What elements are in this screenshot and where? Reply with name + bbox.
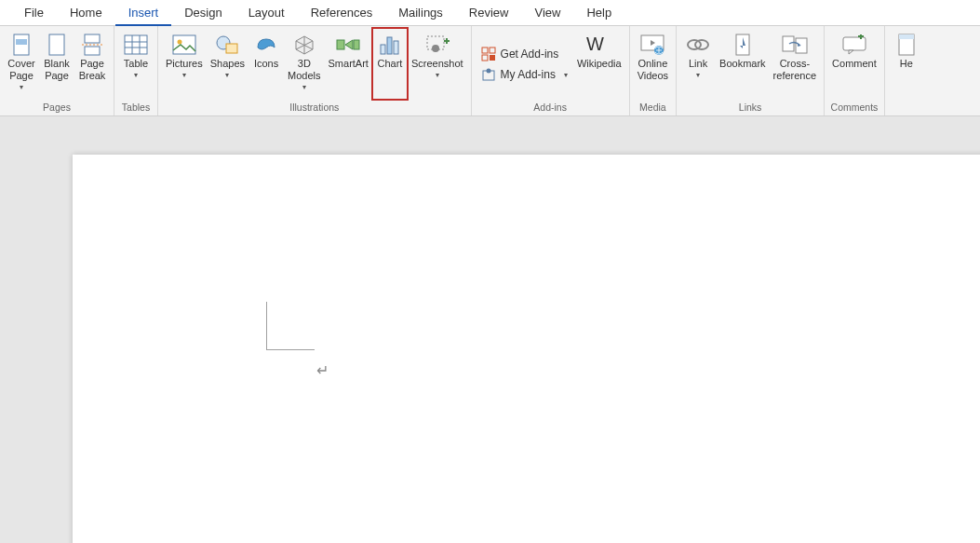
group-addins: Get Add-ins My Add-ins ▾ W Wikipedia Add…: [472, 26, 630, 115]
screenshot-button[interactable]: Screenshot ▾: [408, 28, 467, 100]
group-media: Online Videos Media: [630, 26, 677, 115]
svg-rect-24: [394, 41, 398, 54]
tab-view[interactable]: View: [521, 0, 573, 26]
icons-label: Icons: [254, 58, 278, 70]
svg-rect-22: [381, 45, 385, 54]
svg-rect-11: [173, 35, 195, 54]
shapes-button[interactable]: Shapes ▾: [207, 28, 248, 100]
chevron-down-icon: ▾: [302, 83, 306, 91]
svg-point-12: [177, 40, 181, 45]
svg-rect-29: [482, 48, 488, 53]
header-label: He: [900, 58, 913, 70]
blank-page-label: Blank Page: [44, 58, 70, 82]
group-header-footer: He: [885, 26, 928, 115]
svg-point-26: [432, 45, 439, 52]
tab-insert[interactable]: Insert: [115, 0, 172, 26]
comment-button[interactable]: Comment: [828, 28, 880, 100]
group-illustrations: Pictures ▾ Shapes ▾ Icons 3D Mo: [158, 26, 472, 115]
get-addins-label: Get Add-ins: [501, 48, 559, 61]
group-illustrations-label: Illustrations: [162, 100, 467, 115]
group-comments: Comment Comments: [825, 26, 885, 115]
screenshot-label: Screenshot: [411, 58, 463, 70]
tab-file[interactable]: File: [11, 0, 57, 26]
smartart-button[interactable]: SmartArt: [325, 28, 372, 100]
cross-reference-button[interactable]: Cross- reference: [770, 28, 820, 100]
group-addins-label: Add-ins: [476, 100, 625, 115]
svg-point-34: [486, 68, 490, 73]
tab-layout[interactable]: Layout: [235, 0, 298, 26]
chevron-down-icon: ▾: [225, 71, 229, 79]
chevron-down-icon: ▾: [696, 71, 700, 79]
group-tables-label: Tables: [118, 100, 154, 115]
svg-rect-46: [843, 37, 866, 50]
table-icon: [123, 34, 149, 56]
chevron-down-icon: ▾: [564, 71, 568, 79]
pictures-icon: [171, 34, 197, 56]
comment-label: Comment: [832, 58, 877, 70]
table-button[interactable]: Table ▾: [118, 28, 154, 100]
svg-rect-6: [125, 35, 147, 54]
chevron-down-icon: ▾: [20, 83, 23, 91]
header-icon: [893, 34, 920, 56]
pictures-button[interactable]: Pictures ▾: [162, 28, 207, 100]
group-tables: Table ▾ Tables: [114, 26, 158, 115]
group-comments-label: Comments: [828, 100, 880, 115]
blank-page-button[interactable]: Blank Page: [39, 28, 74, 100]
screenshot-icon: [424, 34, 450, 56]
tab-help[interactable]: Help: [573, 0, 624, 26]
wikipedia-button[interactable]: W Wikipedia: [573, 28, 625, 100]
cover-page-button[interactable]: Cover Page ▾: [4, 28, 39, 100]
3d-models-button[interactable]: 3D Models ▾: [284, 28, 324, 100]
chart-label: Chart: [377, 58, 402, 70]
online-videos-label: Online Videos: [638, 58, 668, 82]
shapes-label: Shapes: [210, 58, 245, 70]
link-button[interactable]: Link ▾: [680, 28, 716, 100]
3d-models-label: 3D Models: [288, 58, 320, 82]
svg-rect-43: [783, 36, 794, 51]
chevron-down-icon: ▾: [134, 71, 138, 79]
document-page[interactable]: [73, 155, 980, 543]
paragraph-end-mark: ↵: [316, 361, 329, 379]
page-break-label: Page Break: [79, 58, 106, 82]
document-area: [0, 117, 980, 543]
wikipedia-icon: W: [586, 34, 612, 56]
online-videos-icon: [639, 34, 665, 56]
page-break-icon: [79, 34, 105, 56]
svg-rect-30: [490, 48, 495, 53]
svg-rect-1: [16, 39, 27, 45]
group-media-label: Media: [634, 100, 672, 115]
get-addins-button[interactable]: Get Add-ins: [481, 47, 568, 61]
cross-reference-icon: [782, 34, 808, 56]
smartart-icon: [335, 34, 361, 56]
cross-reference-label: Cross- reference: [773, 58, 816, 82]
svg-rect-32: [490, 55, 495, 61]
group-links-label: Links: [680, 100, 820, 115]
link-label: Link: [689, 58, 707, 70]
pictures-label: Pictures: [166, 58, 203, 70]
tab-mailings[interactable]: Mailings: [385, 0, 456, 26]
ribbon: Cover Page ▾ Blank Page Page Break Pages: [0, 26, 980, 116]
header-button[interactable]: He: [889, 28, 924, 100]
my-addins-button[interactable]: My Add-ins ▾: [481, 67, 568, 82]
group-pages: Cover Page ▾ Blank Page Page Break Pages: [0, 26, 114, 115]
svg-rect-44: [796, 38, 807, 53]
tab-design[interactable]: Design: [171, 0, 235, 26]
chart-icon: [377, 34, 403, 56]
my-addins-icon: [481, 67, 496, 82]
3d-models-icon: [291, 34, 317, 56]
page-break-button[interactable]: Page Break: [74, 28, 110, 100]
shapes-icon: [214, 34, 240, 56]
svg-marker-20: [345, 40, 353, 49]
svg-rect-23: [387, 37, 392, 54]
icons-button[interactable]: Icons: [248, 28, 284, 100]
online-videos-button[interactable]: Online Videos: [634, 28, 672, 100]
cover-page-label: Cover Page: [7, 58, 34, 82]
chart-button[interactable]: Chart: [372, 28, 408, 100]
svg-rect-19: [337, 40, 344, 49]
tab-home[interactable]: Home: [57, 0, 115, 26]
tab-review[interactable]: Review: [456, 0, 522, 26]
tab-references[interactable]: References: [298, 0, 385, 26]
bookmark-icon: [730, 34, 756, 56]
table-label: Table: [124, 58, 148, 70]
bookmark-button[interactable]: Bookmark: [716, 28, 770, 100]
